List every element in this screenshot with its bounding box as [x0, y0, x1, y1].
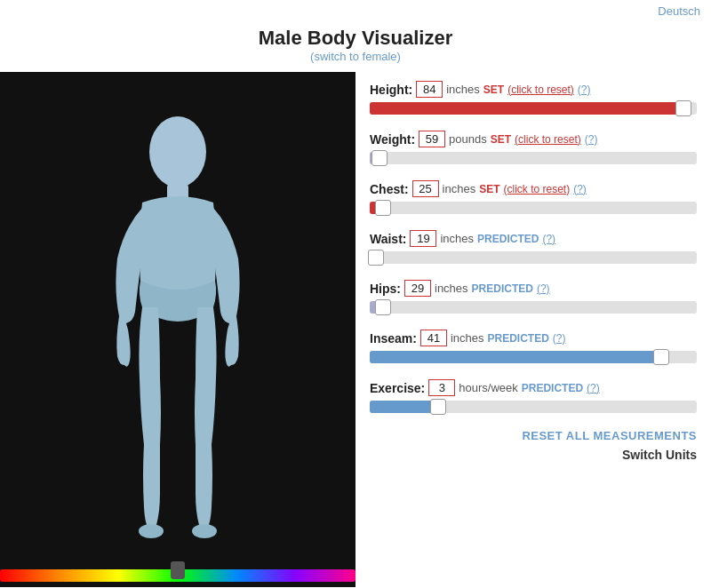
- exercise-status: PREDICTED: [522, 382, 583, 394]
- inseam-value[interactable]: 41: [420, 330, 447, 346]
- measurement-row-chest: Chest:25inches SET(click to reset)(?): [370, 180, 697, 214]
- height-slider-track[interactable]: [370, 102, 697, 115]
- weight-help-link[interactable]: (?): [585, 133, 598, 146]
- chest-unit: inches: [443, 182, 476, 195]
- hips-label: Hips:: [370, 282, 401, 296]
- height-label: Height:: [370, 83, 412, 97]
- controls-panel: Height:84inches SET(click to reset)(?)We…: [356, 72, 711, 587]
- waist-help-link[interactable]: (?): [542, 233, 555, 245]
- exercise-slider-handle[interactable]: [430, 399, 446, 415]
- measurement-row-weight: Weight:59pounds SET(click to reset)(?): [370, 131, 697, 164]
- measurement-row-hips: Hips:29inchesPREDICTED(?): [370, 280, 697, 314]
- svg-point-0: [149, 116, 206, 187]
- language-link[interactable]: Deutsch: [658, 4, 700, 18]
- svg-point-3: [192, 524, 217, 538]
- waist-status: PREDICTED: [477, 233, 539, 245]
- chest-slider-handle[interactable]: [375, 200, 391, 216]
- inseam-slider-track[interactable]: [370, 351, 697, 363]
- color-bar[interactable]: [0, 569, 356, 582]
- measurement-row-height: Height:84inches SET(click to reset)(?): [370, 81, 697, 115]
- height-unit: inches: [446, 83, 480, 96]
- hips-unit: inches: [435, 282, 468, 295]
- svg-point-2: [139, 524, 164, 538]
- switch-units-button[interactable]: Switch Units: [622, 448, 697, 462]
- height-help-link[interactable]: (?): [578, 83, 591, 96]
- height-slider-handle[interactable]: [675, 100, 691, 116]
- waist-value[interactable]: 19: [410, 230, 436, 247]
- measurement-row-exercise: Exercise:3hours/weekPREDICTED(?): [370, 379, 697, 413]
- reset-all-button[interactable]: RESET ALL MEASUREMENTS: [522, 429, 697, 442]
- page-title: Male Body Visualizer: [0, 27, 711, 50]
- exercise-slider-track[interactable]: [370, 401, 697, 413]
- inseam-unit: inches: [451, 331, 484, 345]
- height-reset-link[interactable]: (click to reset): [507, 83, 574, 96]
- exercise-label: Exercise:: [370, 381, 425, 395]
- color-slider-thumb[interactable]: [171, 561, 185, 579]
- waist-slider-handle[interactable]: [368, 250, 384, 266]
- weight-unit: pounds: [449, 132, 487, 146]
- body-viewer: [0, 72, 356, 587]
- hips-help-link[interactable]: (?): [537, 282, 550, 295]
- measurement-row-inseam: Inseam:41inchesPREDICTED(?): [370, 330, 697, 363]
- chest-reset-link[interactable]: (click to reset): [503, 183, 570, 195]
- hips-status: PREDICTED: [472, 282, 533, 295]
- bottom-actions: RESET ALL MEASUREMENTS Switch Units: [370, 429, 697, 462]
- inseam-slider-handle[interactable]: [653, 349, 669, 365]
- weight-reset-link[interactable]: (click to reset): [515, 133, 581, 146]
- exercise-unit: hours/week: [459, 381, 517, 394]
- switch-gender-link[interactable]: (switch to female): [310, 50, 401, 63]
- body-figure: [89, 103, 267, 556]
- waist-label: Waist:: [370, 232, 406, 246]
- measurement-row-waist: Waist:19inchesPREDICTED(?): [370, 230, 697, 264]
- inseam-label: Inseam:: [370, 331, 417, 346]
- inseam-slider-fill: [370, 351, 658, 363]
- weight-slider-track[interactable]: [370, 152, 697, 164]
- top-bar: Deutsch: [0, 0, 711, 21]
- waist-slider-track[interactable]: [370, 251, 697, 264]
- chest-status: SET: [479, 183, 499, 195]
- waist-unit: inches: [440, 232, 474, 245]
- chest-help-link[interactable]: (?): [573, 183, 587, 195]
- inseam-status: PREDICTED: [488, 332, 549, 345]
- weight-slider-handle[interactable]: [371, 150, 387, 166]
- weight-value[interactable]: 59: [419, 131, 445, 147]
- hips-value[interactable]: 29: [404, 280, 431, 297]
- weight-label: Weight:: [370, 132, 415, 147]
- weight-status: SET: [491, 133, 511, 146]
- exercise-help-link[interactable]: (?): [587, 382, 600, 394]
- height-status: SET: [483, 83, 504, 96]
- height-value[interactable]: 84: [416, 81, 443, 98]
- hips-slider-track[interactable]: [370, 301, 697, 314]
- chest-value[interactable]: 25: [412, 180, 439, 197]
- hips-slider-handle[interactable]: [375, 299, 391, 315]
- chest-slider-track[interactable]: [370, 202, 697, 214]
- height-slider-fill: [370, 102, 681, 115]
- exercise-value[interactable]: 3: [428, 379, 455, 396]
- inseam-help-link[interactable]: (?): [553, 332, 566, 345]
- chest-label: Chest:: [370, 182, 409, 196]
